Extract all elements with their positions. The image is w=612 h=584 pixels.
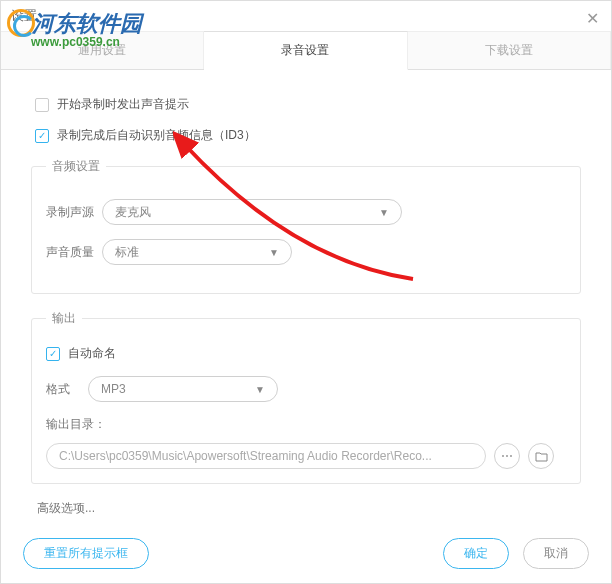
quality-select[interactable]: 标准 ▼ xyxy=(102,239,292,265)
check-auto-id3[interactable]: 录制完成后自动识别音频信息（ID3） xyxy=(35,127,577,144)
titlebar: 设置 ✕ xyxy=(1,1,611,31)
button-bar: 重置所有提示框 确定 取消 xyxy=(1,538,611,569)
reset-button[interactable]: 重置所有提示框 xyxy=(23,538,149,569)
output-legend: 输出 xyxy=(46,310,82,327)
format-label: 格式 xyxy=(46,381,88,398)
output-dir-label: 输出目录： xyxy=(46,416,566,433)
tab-download[interactable]: 下载设置 xyxy=(408,31,611,69)
chevron-down-icon: ▼ xyxy=(379,207,389,218)
chevron-down-icon: ▼ xyxy=(255,384,265,395)
close-icon[interactable]: ✕ xyxy=(586,9,599,28)
source-value: 麦克风 xyxy=(115,204,151,221)
chevron-down-icon: ▼ xyxy=(269,247,279,258)
checkbox-checked-icon[interactable] xyxy=(35,129,49,143)
format-value: MP3 xyxy=(101,382,126,396)
folder-open-icon[interactable] xyxy=(528,443,554,469)
tabs: 通用设置 录音设置 下载设置 xyxy=(1,31,611,70)
source-select[interactable]: 麦克风 ▼ xyxy=(102,199,402,225)
cancel-button[interactable]: 取消 xyxy=(523,538,589,569)
content: 开始录制时发出声音提示 录制完成后自动识别音频信息（ID3） 音频设置 录制声源… xyxy=(1,70,611,517)
output-group: 输出 自动命名 格式 MP3 ▼ 输出目录： C:\Users\pc0359\M… xyxy=(31,310,581,484)
more-icon[interactable]: ⋯ xyxy=(494,443,520,469)
audio-legend: 音频设置 xyxy=(46,158,106,175)
ok-button[interactable]: 确定 xyxy=(443,538,509,569)
tab-record[interactable]: 录音设置 xyxy=(204,31,407,70)
advanced-options-link[interactable]: 高级选项... xyxy=(37,500,575,517)
output-dir-field[interactable]: C:\Users\pc0359\Music\Apowersoft\Streami… xyxy=(46,443,486,469)
auto-name-label: 自动命名 xyxy=(68,345,116,362)
quality-label: 声音质量 xyxy=(46,244,102,261)
source-label: 录制声源 xyxy=(46,204,102,221)
checkbox-icon[interactable] xyxy=(35,98,49,112)
quality-value: 标准 xyxy=(115,244,139,261)
window-title: 设置 xyxy=(11,8,37,23)
check-auto-name[interactable]: 自动命名 xyxy=(46,345,566,362)
checkbox-checked-icon[interactable] xyxy=(46,347,60,361)
tab-general[interactable]: 通用设置 xyxy=(1,31,204,69)
check-id3-label: 录制完成后自动识别音频信息（ID3） xyxy=(57,127,256,144)
format-select[interactable]: MP3 ▼ xyxy=(88,376,278,402)
check-beep-label: 开始录制时发出声音提示 xyxy=(57,96,189,113)
settings-window: 设置 ✕ 河东软件园 www.pc0359.cn 通用设置 录音设置 下载设置 … xyxy=(0,0,612,584)
check-beep-start[interactable]: 开始录制时发出声音提示 xyxy=(35,96,577,113)
audio-settings-group: 音频设置 录制声源 麦克风 ▼ 声音质量 标准 ▼ xyxy=(31,158,581,294)
output-dir-value: C:\Users\pc0359\Music\Apowersoft\Streami… xyxy=(59,449,432,463)
